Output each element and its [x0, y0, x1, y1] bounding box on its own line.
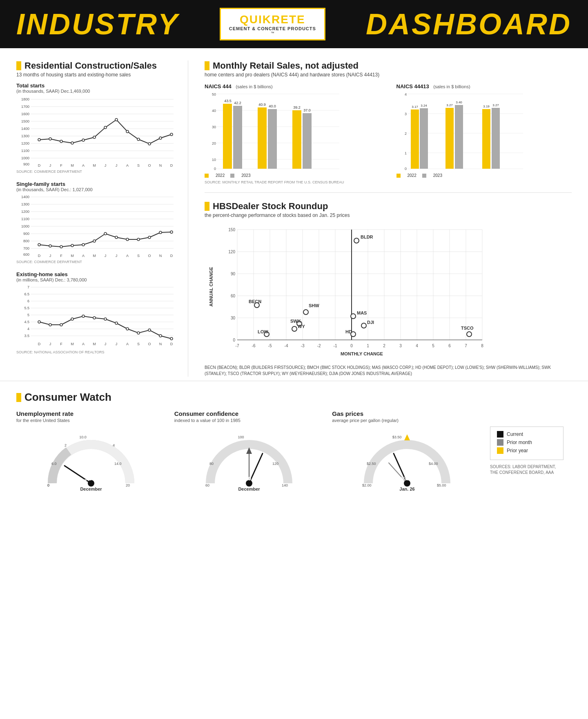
svg-text:1300: 1300 — [21, 202, 29, 206]
svg-point-41 — [137, 138, 140, 141]
svg-text:1: 1 — [404, 151, 406, 155]
bar-dec-2023 — [303, 113, 312, 169]
svg-point-79 — [82, 243, 85, 246]
svg-text:0: 0 — [233, 338, 235, 342]
svg-point-80 — [93, 240, 96, 242]
svg-point-118 — [49, 324, 51, 326]
confidence-period: December — [238, 487, 260, 491]
svg-text:10: 10 — [212, 158, 216, 162]
svg-text:F: F — [60, 342, 62, 346]
svg-text:1600: 1600 — [21, 112, 29, 116]
svg-text:100: 100 — [238, 435, 244, 439]
header: INDUSTRY QUIKRETE Cement & Concrete Prod… — [0, 0, 588, 48]
svg-text:D: D — [38, 342, 41, 346]
svg-text:3.19: 3.19 — [483, 105, 490, 108]
confidence-gauge-wrap: 60 100 140 80 120 110.7 December — [174, 426, 324, 491]
svg-text:-2: -2 — [317, 344, 321, 348]
svg-text:4: 4 — [113, 443, 115, 447]
svg-text:2: 2 — [65, 443, 67, 447]
svg-text:MAS: MAS — [357, 310, 367, 315]
legend-prior-month: Prior month — [497, 439, 557, 446]
header-industry-text: INDUSTRY — [16, 7, 179, 41]
bar-aug-2022 — [411, 109, 419, 169]
svg-text:O: O — [148, 163, 151, 167]
svg-text:60: 60 — [205, 483, 209, 487]
svg-point-123 — [104, 318, 107, 320]
total-starts-chart: 1800 1700 1600 1500 1400 1300 1200 1100 … — [16, 95, 176, 169]
svg-text:M: M — [71, 163, 74, 167]
consumer-gauges-row: Unemployment rate for the entire United … — [16, 410, 572, 491]
svg-text:80: 80 — [209, 462, 214, 466]
svg-text:A: A — [82, 342, 85, 346]
svg-point-117 — [38, 321, 40, 323]
svg-text:6: 6 — [448, 344, 451, 348]
mas-dot — [351, 314, 356, 319]
svg-text:1800: 1800 — [21, 97, 29, 101]
naics444-sublabel: (sales in $ billions) — [236, 84, 272, 89]
bar-nov-2023 — [268, 109, 277, 169]
svg-text:TSCO: TSCO — [461, 326, 474, 330]
gas-gauge: $2.00 $3.50 $5.00 $2.50 $4.00 $3.10 Jan.… — [360, 426, 454, 491]
svg-point-85 — [148, 236, 151, 239]
svg-text:$2.50: $2.50 — [367, 462, 376, 466]
confidence-item: Consumer confidence indexed to a value o… — [174, 410, 332, 491]
bar-nov-2022 — [258, 107, 267, 169]
svg-point-83 — [126, 238, 129, 241]
svg-text:6: 6 — [27, 299, 29, 303]
title-bar-icon — [16, 61, 21, 70]
svg-text:4: 4 — [416, 344, 418, 348]
svg-text:J: J — [116, 163, 118, 167]
svg-text:A: A — [126, 254, 129, 258]
single-family-chart: 1400 1300 1200 1100 1000 900 800 700 600… — [16, 194, 176, 259]
svg-text:D: D — [38, 254, 41, 258]
gas-title: Gas prices — [332, 410, 482, 417]
svg-text:43.5: 43.5 — [224, 99, 232, 103]
wy-dot — [292, 326, 297, 331]
svg-text:60: 60 — [231, 294, 236, 298]
svg-text:0: 0 — [350, 344, 353, 348]
naics444-legend: 2022 2023 — [205, 173, 380, 178]
svg-text:A: A — [126, 342, 129, 346]
svg-point-81 — [104, 232, 107, 235]
unemployment-gauge-wrap: 0 10.0 20 2 4 6.0 14.0 0 — [16, 426, 166, 491]
tsco-dot — [467, 332, 472, 337]
svg-text:1200: 1200 — [21, 210, 29, 214]
svg-text:700: 700 — [23, 246, 29, 250]
bar-oct-2022 — [223, 104, 232, 169]
svg-point-33 — [49, 138, 51, 140]
unemployment-value-text: 3.7% — [85, 475, 98, 482]
svg-text:110.7: 110.7 — [243, 476, 255, 482]
total-starts-source: Source: Commerce Department — [16, 170, 188, 174]
retail-section: Monthly Retail Sales, not adjusted home … — [205, 60, 572, 184]
existing-homes-source: Source: National Association of Realtors — [16, 350, 188, 354]
retail-title-bar — [205, 61, 209, 70]
retail-title: Monthly Retail Sales, not adjusted — [205, 60, 572, 71]
svg-text:1200: 1200 — [21, 141, 29, 145]
svg-point-40 — [126, 130, 129, 133]
svg-text:J: J — [116, 254, 118, 258]
svg-text:BLDR: BLDR — [361, 234, 373, 239]
naics444-label: NAICS 444 — [205, 83, 232, 89]
svg-text:DECEMBER: DECEMBER — [295, 171, 316, 172]
svg-text:J: J — [49, 254, 51, 258]
gas-prior-year-marker — [404, 434, 410, 440]
svg-text:7: 7 — [27, 285, 29, 289]
svg-text:M: M — [93, 342, 96, 346]
svg-text:J: J — [105, 254, 107, 258]
total-starts-sublabel: (in thousands, SAAR) Dec.1,469,000 — [16, 89, 188, 94]
gas-item: Gas prices average price per gallon (reg… — [332, 410, 490, 491]
svg-point-84 — [137, 238, 140, 241]
svg-point-36 — [82, 139, 85, 141]
consumer-legend-box: Current Prior month Prior year — [490, 426, 564, 460]
svg-text:O: O — [148, 254, 151, 258]
bar-dec-2022 — [292, 110, 301, 169]
consumer-legend-item: Current Prior month Prior year SOURCES: … — [490, 410, 572, 476]
existing-homes-sublabel: (in millions, SAAR) Dec.: 3,780,000 — [16, 277, 188, 282]
svg-text:5: 5 — [432, 344, 434, 348]
svg-point-82 — [115, 236, 118, 239]
naics44413-chart: 4 3 2 1 0 — [396, 90, 531, 172]
main-content: Residential Construction/Sales 13 months… — [0, 48, 588, 377]
stock-subtitle: the percent-change performance of stocks… — [205, 212, 572, 218]
stock-title: HBSDealer Stock Roundup — [205, 201, 572, 212]
svg-text:120: 120 — [228, 250, 235, 254]
